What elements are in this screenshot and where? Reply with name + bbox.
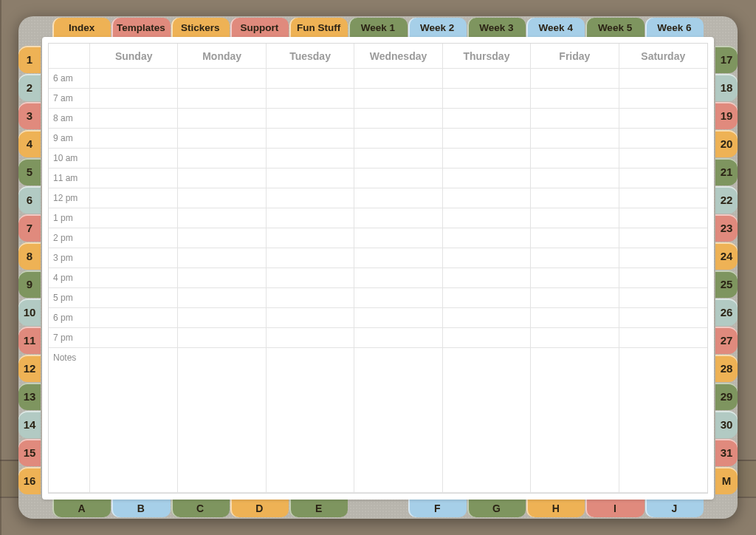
day-tab-22[interactable]: 22: [715, 186, 738, 214]
schedule-cell[interactable]: [178, 168, 266, 188]
top-tab-week-3[interactable]: Week 3: [467, 18, 526, 37]
day-tab-9[interactable]: 9: [18, 270, 41, 298]
schedule-cell[interactable]: [267, 109, 354, 129]
top-tab-templates[interactable]: Templates: [111, 18, 170, 37]
bottom-tab-C[interactable]: C: [171, 500, 230, 517]
top-tab-week-1[interactable]: Week 1: [348, 18, 407, 37]
schedule-cell[interactable]: [531, 328, 619, 348]
schedule-cell[interactable]: [531, 208, 619, 228]
day-tab-10[interactable]: 10: [18, 299, 41, 326]
schedule-cell[interactable]: [90, 129, 178, 149]
schedule-cell[interactable]: [619, 109, 707, 129]
top-tab-support[interactable]: Support: [230, 18, 289, 37]
schedule-cell[interactable]: [619, 89, 707, 109]
notes-cell-day[interactable]: [531, 348, 619, 493]
schedule-cell[interactable]: [354, 228, 442, 248]
schedule-cell[interactable]: [531, 168, 619, 188]
day-tab-17[interactable]: 17: [715, 46, 738, 73]
bottom-tab-D[interactable]: D: [230, 500, 289, 517]
schedule-cell[interactable]: [267, 328, 354, 348]
schedule-cell[interactable]: [354, 248, 442, 268]
day-tab-14[interactable]: 14: [18, 411, 41, 438]
schedule-cell[interactable]: [619, 228, 707, 248]
day-tab-7[interactable]: 7: [18, 214, 41, 242]
schedule-cell[interactable]: [267, 268, 354, 288]
schedule-cell[interactable]: [267, 129, 354, 149]
schedule-cell[interactable]: [90, 288, 178, 308]
schedule-cell[interactable]: [443, 168, 531, 188]
day-tab-5[interactable]: 5: [18, 158, 41, 185]
day-tab-19[interactable]: 19: [715, 102, 738, 129]
schedule-cell[interactable]: [443, 208, 531, 228]
day-tab-M[interactable]: M: [715, 467, 738, 494]
bottom-tab-E[interactable]: E: [289, 500, 348, 517]
schedule-cell[interactable]: [178, 288, 266, 308]
schedule-cell[interactable]: [443, 89, 531, 109]
schedule-cell[interactable]: [443, 129, 531, 149]
top-tab-fun-stuff[interactable]: Fun Stuff: [289, 18, 348, 37]
schedule-cell[interactable]: [531, 149, 619, 168]
day-tab-18[interactable]: 18: [715, 74, 738, 101]
day-tab-12[interactable]: 12: [18, 355, 41, 382]
schedule-cell[interactable]: [619, 308, 707, 328]
day-tab-16[interactable]: 16: [18, 467, 41, 494]
schedule-cell[interactable]: [531, 129, 619, 149]
day-tab-23[interactable]: 23: [715, 214, 738, 242]
schedule-cell[interactable]: [90, 268, 178, 288]
day-tab-31[interactable]: 31: [715, 439, 738, 466]
schedule-cell[interactable]: [443, 149, 531, 168]
notes-cell-day[interactable]: [443, 348, 531, 493]
notes-cell-day[interactable]: [619, 348, 707, 493]
top-tab-week-2[interactable]: Week 2: [408, 18, 467, 37]
bottom-tab-J[interactable]: J: [645, 500, 704, 517]
day-tab-30[interactable]: 30: [715, 411, 738, 438]
schedule-cell[interactable]: [531, 308, 619, 328]
schedule-cell[interactable]: [619, 168, 707, 188]
bottom-tab-I[interactable]: I: [585, 500, 644, 517]
schedule-cell[interactable]: [354, 109, 442, 129]
schedule-cell[interactable]: [90, 308, 178, 328]
bottom-tab-H[interactable]: H: [526, 500, 585, 517]
schedule-cell[interactable]: [267, 69, 354, 89]
schedule-cell[interactable]: [178, 308, 266, 328]
schedule-cell[interactable]: [354, 288, 442, 308]
schedule-cell[interactable]: [267, 228, 354, 248]
schedule-cell[interactable]: [619, 69, 707, 89]
schedule-cell[interactable]: [354, 188, 442, 208]
schedule-cell[interactable]: [619, 129, 707, 149]
day-tab-11[interactable]: 11: [18, 327, 41, 354]
day-tab-24[interactable]: 24: [715, 242, 738, 270]
schedule-cell[interactable]: [90, 89, 178, 109]
day-tab-4[interactable]: 4: [18, 130, 41, 157]
schedule-cell[interactable]: [90, 248, 178, 268]
schedule-cell[interactable]: [90, 168, 178, 188]
schedule-cell[interactable]: [90, 69, 178, 89]
schedule-cell[interactable]: [443, 308, 531, 328]
schedule-cell[interactable]: [443, 288, 531, 308]
top-tab-index[interactable]: Index: [52, 18, 111, 37]
top-tab-week-4[interactable]: Week 4: [526, 18, 585, 37]
schedule-cell[interactable]: [267, 89, 354, 109]
schedule-cell[interactable]: [443, 188, 531, 208]
schedule-cell[interactable]: [619, 149, 707, 168]
day-tab-2[interactable]: 2: [18, 74, 41, 101]
schedule-cell[interactable]: [619, 268, 707, 288]
schedule-cell[interactable]: [354, 308, 442, 328]
bottom-tab-B[interactable]: B: [111, 500, 170, 517]
schedule-cell[interactable]: [443, 268, 531, 288]
schedule-cell[interactable]: [178, 248, 266, 268]
schedule-cell[interactable]: [267, 168, 354, 188]
schedule-cell[interactable]: [267, 288, 354, 308]
schedule-cell[interactable]: [90, 228, 178, 248]
schedule-cell[interactable]: [178, 328, 266, 348]
day-tab-8[interactable]: 8: [18, 242, 41, 270]
schedule-cell[interactable]: [531, 109, 619, 129]
day-tab-29[interactable]: 29: [715, 383, 738, 410]
notes-cell-day[interactable]: [90, 348, 178, 493]
schedule-cell[interactable]: [619, 208, 707, 228]
schedule-cell[interactable]: [178, 149, 266, 168]
schedule-cell[interactable]: [178, 208, 266, 228]
schedule-cell[interactable]: [619, 248, 707, 268]
schedule-cell[interactable]: [267, 188, 354, 208]
top-tab-week-5[interactable]: Week 5: [585, 18, 644, 37]
